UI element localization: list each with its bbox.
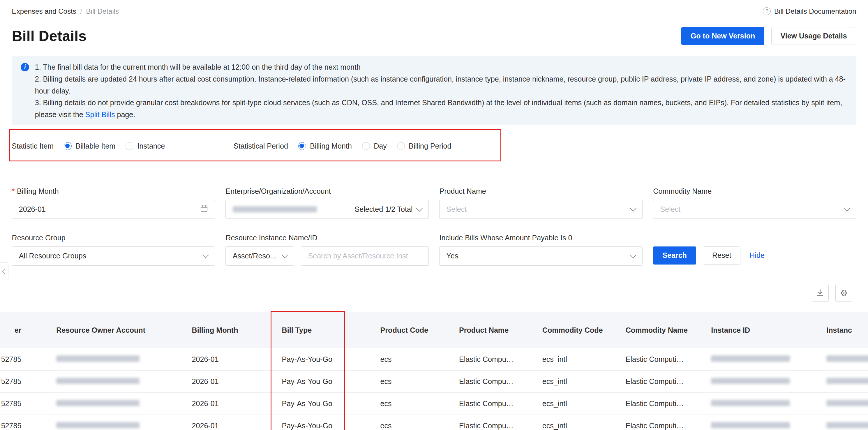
column-commodity-name: Commodity Name [605, 312, 691, 348]
account-selected-text: Selected 1/2 Total [355, 205, 413, 214]
redacted-value [56, 378, 140, 384]
documentation-link-label: Bill Details Documentation [774, 7, 856, 16]
calendar-icon [200, 205, 208, 214]
resource-instance-search[interactable] [301, 246, 429, 266]
top-bar: Expenses and Costs / Bill Details ? Bill… [0, 0, 868, 17]
statistical-period-label: Statistical Period [234, 142, 288, 150]
product-name-label: Product Name [439, 187, 486, 195]
column-billing-month: Billing Month [172, 312, 261, 348]
radio-billing-period[interactable]: Billing Period [397, 142, 452, 150]
download-icon [816, 288, 824, 298]
hide-link[interactable]: Hide [749, 251, 765, 259]
bill-details-page: Expenses and Costs / Bill Details ? Bill… [0, 0, 868, 430]
resource-group-value: All Resource Groups [19, 252, 199, 260]
include-zero-label: Include Bills Whose Amount Payable Is 0 [439, 234, 572, 242]
radio-billable-item[interactable]: Billable Item [64, 142, 115, 150]
redacted-value [56, 400, 140, 406]
redacted-account-value [233, 206, 317, 212]
commodity-name-select[interactable]: Select [653, 200, 856, 219]
redacted-value [826, 356, 868, 362]
resource-instance-search-input[interactable] [308, 252, 422, 260]
page-title: Bill Details [12, 28, 87, 44]
include-zero-field: Include Bills Whose Amount Payable Is 0 … [439, 233, 642, 266]
product-name-placeholder: Select [446, 205, 626, 214]
notice-banner: i 1. The final bill data for the current… [12, 56, 856, 125]
statistic-item-label: Statistic Item [12, 142, 54, 150]
reset-button[interactable]: Reset [703, 246, 740, 265]
column-instance-partial: Instanc [806, 312, 868, 348]
column-resource-owner-account: Resource Owner Account [34, 312, 172, 348]
chevron-down-icon [844, 205, 850, 212]
gear-icon: ⚙ [840, 289, 847, 298]
resource-group-field: Resource Group All Resource Groups [12, 233, 215, 266]
radio-billing-month[interactable]: Billing Month [298, 142, 352, 150]
view-usage-details-button[interactable]: View Usage Details [771, 27, 856, 45]
column-instance-id: Instance ID [691, 312, 806, 348]
radio-instance-circle [126, 142, 133, 150]
redacted-value [56, 422, 140, 428]
breadcrumb-expenses-and-costs[interactable]: Expenses and Costs [12, 7, 76, 16]
column-bill-type: Bill Type [261, 312, 360, 348]
chevron-down-icon [630, 252, 637, 258]
include-zero-value: Yes [446, 252, 626, 260]
table-row: 52785 2026-01 Pay-As-You-Go ecs Elastic … [0, 415, 868, 430]
column-product-code: Product Code [360, 312, 439, 348]
resource-group-label: Resource Group [12, 234, 65, 242]
account-field: Enterprise/Organization/Account Selected… [225, 187, 429, 219]
resource-group-select[interactable]: All Resource Groups [12, 246, 215, 266]
table-row: 52785 2026-01 Pay-As-You-Go ecs Elastic … [0, 370, 868, 392]
table-row: 52785 2026-01 Pay-As-You-Go ecs Elastic … [0, 393, 868, 415]
account-label: Enterprise/Organization/Account [225, 187, 331, 195]
notice-line-2: 2. Billing details are updated 24 hours … [35, 73, 847, 97]
radio-day[interactable]: Day [362, 142, 387, 150]
documentation-link[interactable]: ? Bill Details Documentation [763, 7, 856, 16]
download-button[interactable] [812, 285, 829, 302]
product-name-select[interactable]: Select [439, 200, 642, 219]
title-buttons: Go to New Version View Usage Details [681, 27, 856, 45]
radio-instance[interactable]: Instance [126, 142, 165, 150]
chevron-left-icon [2, 268, 7, 274]
include-zero-select[interactable]: Yes [439, 246, 642, 266]
bill-details-table: er Resource Owner Account Billing Month … [0, 312, 868, 430]
help-icon: ? [763, 7, 771, 15]
table-toolbar: ⚙ [0, 285, 852, 302]
product-name-field: Product Name Select [439, 187, 642, 219]
redacted-value [826, 400, 868, 406]
breadcrumb-separator: / [80, 7, 82, 16]
commodity-name-field: Commodity Name Select [653, 187, 856, 219]
billing-month-field: * Billing Month [12, 187, 215, 219]
redacted-value [711, 422, 789, 428]
required-asterisk: * [12, 187, 15, 195]
billing-month-input[interactable] [12, 200, 215, 219]
chevron-down-icon [203, 252, 209, 258]
filter-form: * Billing Month Enterprise/Organization/… [12, 162, 856, 266]
account-select[interactable]: Selected 1/2 Total [225, 200, 429, 219]
billing-month-value[interactable] [19, 205, 195, 214]
column-product-name: Product Name [439, 312, 522, 348]
table-header-row: er Resource Owner Account Billing Month … [0, 312, 868, 348]
breadcrumb-bill-details: Bill Details [86, 7, 119, 16]
settings-button[interactable]: ⚙ [835, 285, 852, 302]
radio-billing-period-circle [397, 142, 405, 150]
resource-instance-type-select[interactable]: Asset/Reso... [225, 246, 294, 266]
sidebar-collapse-handle[interactable] [0, 262, 8, 280]
redacted-value [56, 356, 140, 362]
filter-actions: Search Reset Hide [653, 233, 856, 266]
notice-line-3: 3. Billing details do not provide granul… [35, 97, 847, 120]
split-bills-link[interactable]: Split Bills [85, 111, 115, 119]
redacted-value [826, 422, 868, 428]
resource-instance-type-value: Asset/Reso... [233, 252, 278, 260]
go-to-new-version-button[interactable]: Go to New Version [681, 27, 764, 45]
resource-instance-label: Resource Instance Name/ID [225, 234, 317, 242]
redacted-value [826, 378, 868, 384]
chevron-down-icon [416, 205, 423, 212]
commodity-name-label: Commodity Name [653, 187, 712, 195]
radio-billable-item-circle [64, 142, 72, 150]
search-button[interactable]: Search [653, 246, 696, 265]
radio-day-circle [362, 142, 370, 150]
radio-billing-month-circle [298, 142, 306, 150]
statistic-options-row: Statistic Item Billable Item Instance St… [12, 130, 856, 162]
notice-line-1: 1. The final bill data for the current m… [35, 61, 847, 73]
chevron-down-icon [630, 205, 637, 212]
redacted-value [711, 378, 789, 384]
